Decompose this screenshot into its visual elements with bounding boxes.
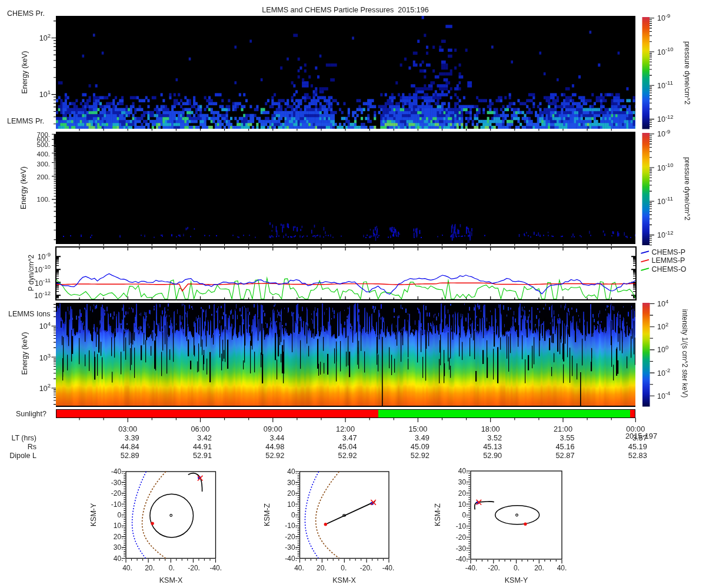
svg-text:18:00: 18:00 <box>481 425 500 433</box>
svg-text:pressure dyne/cm^2: pressure dyne/cm^2 <box>683 41 691 105</box>
svg-text:Energy (keV): Energy (keV) <box>21 332 29 375</box>
svg-text:LT (hrs): LT (hrs) <box>11 434 36 442</box>
svg-text:45.04: 45.04 <box>338 442 357 451</box>
svg-text:10-11: 10-11 <box>657 79 673 90</box>
svg-text:Sunlight?: Sunlight? <box>16 410 46 418</box>
svg-text:400.: 400. <box>37 151 50 158</box>
svg-text:200.: 200. <box>37 173 50 181</box>
svg-text:10-12: 10-12 <box>657 113 674 124</box>
svg-text:KSM-Y: KSM-Y <box>89 503 98 526</box>
svg-text:101: 101 <box>39 89 51 99</box>
svg-text:52.92: 52.92 <box>411 451 429 460</box>
svg-text:40.: 40. <box>557 564 567 572</box>
svg-text:45.16: 45.16 <box>555 442 574 451</box>
svg-text:10-11: 10-11 <box>35 277 51 288</box>
svg-text:intensity 1/(s cm^2 ster keV): intensity 1/(s cm^2 ster keV) <box>681 309 689 397</box>
svg-text:-10.: -10. <box>111 500 124 509</box>
svg-text:-10.: -10. <box>456 522 468 530</box>
svg-text:45.13: 45.13 <box>483 442 502 451</box>
svg-text:-40.: -40. <box>456 555 468 563</box>
svg-text:3.39: 3.39 <box>125 433 139 442</box>
svg-text:10-9: 10-9 <box>38 251 51 262</box>
svg-text:-40.: -40. <box>465 564 478 572</box>
svg-text:20.: 20. <box>145 564 155 572</box>
svg-text:-20.: -20. <box>188 564 200 572</box>
svg-text:-20.: -20. <box>111 489 124 497</box>
svg-text:-20.: -20. <box>456 533 468 542</box>
svg-text:-20.: -20. <box>488 564 500 572</box>
svg-text:40.: 40. <box>294 564 304 572</box>
svg-text:102: 102 <box>39 382 51 393</box>
svg-text:CHEMS Pr.: CHEMS Pr. <box>7 9 45 18</box>
svg-text:0.: 0. <box>514 564 519 572</box>
svg-text:44.84: 44.84 <box>121 442 139 451</box>
svg-text:-30.: -30. <box>456 544 468 553</box>
svg-text:03:00: 03:00 <box>118 425 137 433</box>
svg-text:20.: 20. <box>317 564 327 572</box>
svg-text:104: 104 <box>39 320 51 331</box>
svg-text:-40.: -40. <box>209 564 222 572</box>
svg-text:10-9: 10-9 <box>657 12 670 23</box>
svg-text:3.44: 3.44 <box>269 433 284 442</box>
svg-text:-40.: -40. <box>111 467 124 476</box>
svg-text:KSM-X: KSM-X <box>332 576 356 584</box>
svg-text:-40.: -40. <box>285 554 297 563</box>
svg-text:52.83: 52.83 <box>628 451 647 460</box>
svg-text:-40.: -40. <box>382 564 395 572</box>
svg-text:45.19: 45.19 <box>628 442 647 451</box>
svg-text:45.09: 45.09 <box>411 442 429 451</box>
svg-text:0.: 0. <box>341 564 347 572</box>
svg-text:06:00: 06:00 <box>191 425 209 433</box>
svg-text:52.89: 52.89 <box>121 451 139 460</box>
svg-text:10-10: 10-10 <box>34 263 51 274</box>
svg-text:52.91: 52.91 <box>193 451 212 460</box>
svg-text:20.: 20. <box>534 564 544 572</box>
svg-text:10-12: 10-12 <box>34 290 51 300</box>
svg-text:300.: 300. <box>37 161 50 168</box>
svg-text:52.92: 52.92 <box>265 451 284 460</box>
svg-text:10-11: 10-11 <box>657 195 673 206</box>
svg-text:100: 100 <box>657 344 668 355</box>
svg-text:CHEMS-O: CHEMS-O <box>652 265 687 273</box>
svg-text:-30.: -30. <box>111 479 124 487</box>
svg-text:KSM-Z: KSM-Z <box>434 503 442 526</box>
svg-text:3.55: 3.55 <box>560 433 575 442</box>
svg-text:10-12: 10-12 <box>657 229 674 240</box>
svg-text:Energy (keV): Energy (keV) <box>19 166 28 209</box>
svg-text:103: 103 <box>39 352 51 363</box>
svg-text:52.92: 52.92 <box>338 451 357 460</box>
svg-text:40.: 40. <box>122 564 132 572</box>
svg-text:-20.: -20. <box>285 533 297 541</box>
svg-text:10-4: 10-4 <box>657 390 670 400</box>
svg-text:P dyn/cm^2: P dyn/cm^2 <box>27 255 35 291</box>
svg-text:KSM-X: KSM-X <box>159 576 183 584</box>
svg-text:3.42: 3.42 <box>197 433 212 442</box>
svg-text:-30.: -30. <box>285 543 297 552</box>
svg-text:KSM-Z: KSM-Z <box>263 503 271 526</box>
svg-text:10-10: 10-10 <box>657 162 674 172</box>
svg-text:102: 102 <box>39 32 51 43</box>
svg-text:100.: 100. <box>37 196 50 203</box>
svg-text:15:00: 15:00 <box>408 425 427 433</box>
svg-text:3.57: 3.57 <box>632 433 647 442</box>
svg-text:52.87: 52.87 <box>555 451 574 460</box>
svg-text:Energy (keV): Energy (keV) <box>21 51 29 94</box>
svg-text:3.47: 3.47 <box>342 433 357 442</box>
svg-text:10-9: 10-9 <box>657 128 670 139</box>
svg-text:10-2: 10-2 <box>657 367 670 377</box>
svg-text:-10.: -10. <box>285 522 297 530</box>
svg-text:Rs: Rs <box>28 443 36 451</box>
svg-text:CHEMS-P: CHEMS-P <box>652 248 686 256</box>
svg-text:LEMMS Ions: LEMMS Ions <box>8 310 51 318</box>
svg-text:44.91: 44.91 <box>193 442 212 451</box>
svg-text:Dipole L: Dipole L <box>9 452 36 460</box>
svg-text:0.: 0. <box>169 564 175 572</box>
svg-text:102: 102 <box>657 321 668 332</box>
svg-text:3.49: 3.49 <box>415 433 429 442</box>
svg-text:10-10: 10-10 <box>657 46 674 56</box>
svg-text:21:00: 21:00 <box>554 425 572 433</box>
svg-text:-20.: -20. <box>360 564 372 572</box>
svg-text:104: 104 <box>657 298 668 309</box>
svg-text:LEMMS-P: LEMMS-P <box>652 256 685 265</box>
svg-text:pressure dyne/cm^2: pressure dyne/cm^2 <box>683 157 691 220</box>
